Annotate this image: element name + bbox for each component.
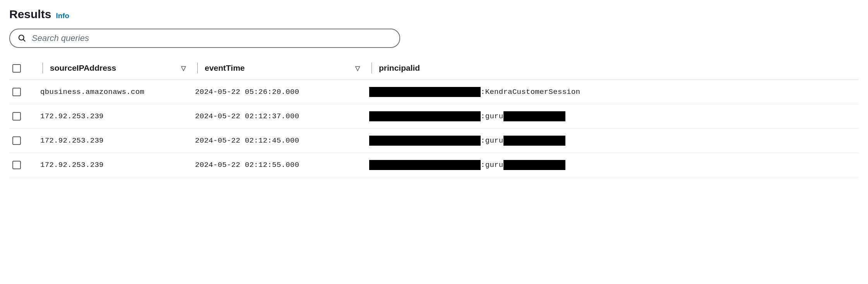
search-input[interactable] (32, 33, 392, 43)
col-header-event-time[interactable]: eventTime ▽ (192, 58, 366, 80)
sort-icon[interactable]: ▽ (181, 65, 186, 72)
svg-point-0 (19, 35, 24, 40)
col-header-source-ip[interactable]: sourceIPAddress ▽ (37, 58, 192, 80)
cell-principal-id: :guru (366, 129, 859, 153)
table-row: 172.92.253.2392024-05-22 02:12:37.000:gu… (9, 104, 859, 129)
redacted-block (503, 111, 565, 121)
results-header: Results Info (9, 8, 859, 21)
cell-source-ip: 172.92.253.239 (37, 129, 192, 153)
redacted-block (503, 136, 565, 146)
cell-source-ip: 172.92.253.239 (37, 153, 192, 177)
table-row: 172.92.253.2392024-05-22 02:12:45.000:gu… (9, 129, 859, 153)
sort-icon[interactable]: ▽ (355, 65, 360, 72)
row-checkbox[interactable] (12, 88, 21, 96)
search-icon (18, 34, 26, 43)
cell-source-ip: qbusiness.amazonaws.com (37, 80, 192, 104)
col-label-event-time: eventTime (205, 63, 245, 73)
cell-source-ip: 172.92.253.239 (37, 104, 192, 129)
info-link[interactable]: Info (56, 12, 69, 20)
redacted-block (369, 136, 481, 146)
table-row: qbusiness.amazonaws.com2024-05-22 05:26:… (9, 80, 859, 104)
column-separator (372, 63, 372, 73)
redacted-block (503, 160, 565, 170)
redacted-block (369, 87, 481, 97)
redacted-block (369, 111, 481, 121)
principal-separator: : (481, 161, 485, 169)
cell-event-time: 2024-05-22 02:12:55.000 (192, 153, 366, 177)
column-separator (197, 63, 198, 73)
select-all-checkbox[interactable] (12, 64, 21, 73)
page-title: Results (9, 8, 51, 21)
col-header-principal-id[interactable]: principalid (366, 58, 859, 80)
cell-event-time: 2024-05-22 02:12:37.000 (192, 104, 366, 129)
cell-event-time: 2024-05-22 05:26:20.000 (192, 80, 366, 104)
svg-line-1 (23, 39, 25, 41)
row-checkbox[interactable] (12, 136, 21, 145)
principal-suffix: guru (485, 112, 503, 121)
col-label-principal-id: principalid (379, 63, 420, 73)
principal-suffix: guru (485, 136, 503, 145)
redacted-block (369, 160, 481, 170)
cell-principal-id: :guru (366, 153, 859, 177)
principal-separator: : (481, 112, 485, 121)
principal-separator: : (481, 136, 485, 145)
principal-suffix: guru (485, 161, 503, 169)
row-checkbox[interactable] (12, 161, 21, 169)
column-separator (43, 63, 43, 73)
cell-principal-id: :guru (366, 104, 859, 129)
principal-suffix: KendraCustomerSession (485, 88, 580, 96)
cell-event-time: 2024-05-22 02:12:45.000 (192, 129, 366, 153)
cell-principal-id: :KendraCustomerSession (366, 80, 859, 104)
principal-separator: : (481, 88, 485, 96)
search-box[interactable] (9, 29, 400, 48)
col-label-source-ip: sourceIPAddress (50, 63, 116, 73)
results-table: sourceIPAddress ▽ eventTime ▽ principali… (9, 58, 859, 177)
table-row: 172.92.253.2392024-05-22 02:12:55.000:gu… (9, 153, 859, 177)
row-checkbox[interactable] (12, 112, 21, 121)
